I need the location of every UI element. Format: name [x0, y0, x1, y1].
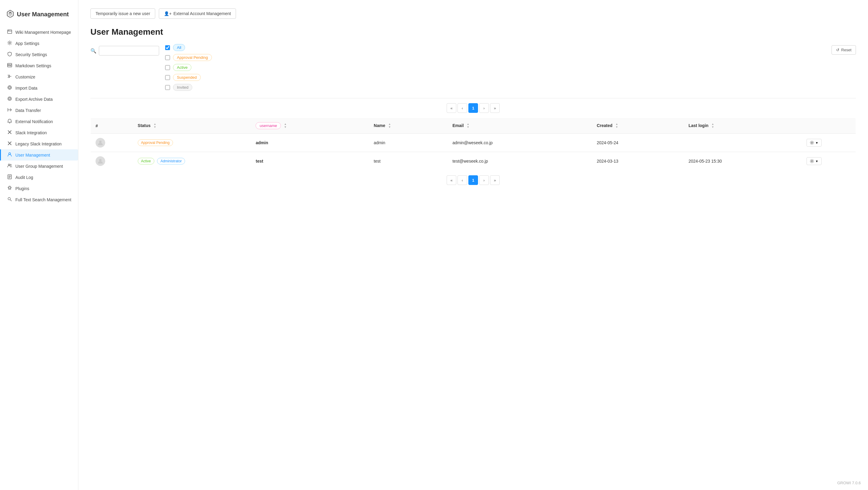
logo-icon	[6, 9, 14, 19]
svg-point-16	[99, 141, 101, 143]
page-next-top[interactable]: ›	[479, 103, 489, 113]
search-input[interactable]	[99, 46, 159, 56]
sidebar-item-legacy-slack[interactable]: Legacy Slack Integration	[0, 138, 78, 149]
pagination-bottom: « ‹ 1 › »	[90, 175, 856, 185]
filter-suspended-badge[interactable]: Suspended	[173, 74, 201, 81]
sidebar-item-audit-log[interactable]: Audit Log	[0, 172, 78, 183]
gear-button-1[interactable]: ▼	[807, 157, 822, 165]
page-first-bottom[interactable]: «	[447, 175, 456, 185]
sidebar-item-plugins[interactable]: Plugins	[0, 183, 78, 194]
filter-all-row: All	[165, 44, 212, 51]
import-data-label: Import Data	[16, 86, 37, 90]
email-text-1: test@weseek.co.jp	[453, 159, 488, 164]
sidebar-item-wiki-management[interactable]: Wiki Management Homepage	[0, 27, 78, 38]
main-content: Temporarily issue a new user 👤+ External…	[79, 0, 868, 490]
sidebar-item-user-management[interactable]: User Management	[0, 149, 78, 161]
sidebar-item-markdown-settings[interactable]: Markdown Settings	[0, 60, 78, 71]
plugins-label: Plugins	[16, 186, 29, 191]
svg-point-10	[9, 98, 10, 99]
page-next-bottom[interactable]: ›	[479, 175, 489, 185]
col-status-header[interactable]: Status ▲▼	[133, 118, 251, 134]
username-text-1: test	[255, 159, 263, 164]
page-1-bottom[interactable]: 1	[468, 175, 478, 185]
customize-icon	[7, 74, 12, 80]
cell-lastlogin-0	[684, 134, 802, 152]
audit-log-label: Audit Log	[16, 175, 33, 180]
sidebar-item-full-text-search[interactable]: Full Text Search Management	[0, 194, 78, 205]
sidebar-item-security-settings[interactable]: Security Settings	[0, 49, 78, 60]
filter-active-badge[interactable]: Active	[173, 64, 191, 71]
col-username-header[interactable]: username ▲▼	[251, 118, 369, 134]
col-created-header[interactable]: Created ▲▼	[592, 118, 684, 134]
gear-button-0[interactable]: ▼	[807, 139, 822, 147]
filter-invited-badge[interactable]: Invited	[173, 84, 192, 91]
search-wrap: 🔍	[90, 46, 159, 56]
filter-all-badge[interactable]: All	[173, 44, 185, 51]
full-text-search-icon	[7, 197, 12, 202]
cell-status-1: Active Administrator	[133, 152, 251, 171]
temp-issue-button[interactable]: Temporarily issue a new user	[90, 8, 155, 19]
col-name-header[interactable]: Name ▲▼	[369, 118, 447, 134]
export-archive-icon	[7, 96, 12, 102]
audit-log-icon	[7, 174, 12, 180]
sidebar-item-customize[interactable]: Customize	[0, 71, 78, 82]
svg-point-6	[11, 87, 12, 88]
username-header-badge: username	[255, 122, 281, 129]
svg-point-19	[811, 161, 812, 162]
sidebar-item-slack-integration[interactable]: Slack Integration	[0, 127, 78, 138]
sidebar-item-data-transfer[interactable]: Data Transfer	[0, 105, 78, 116]
cell-username-1: test	[251, 152, 369, 171]
wiki-management-icon	[7, 29, 12, 35]
filter-invited-checkbox[interactable]	[165, 85, 170, 90]
status-sort-icons: ▲▼	[154, 123, 156, 129]
external-account-label: External Account Management	[173, 11, 231, 16]
filter-all-checkbox[interactable]	[165, 45, 170, 50]
cell-avatar-0	[91, 134, 133, 152]
temp-issue-label: Temporarily issue a new user	[96, 11, 150, 16]
user-table: # Status ▲▼ username ▲▼	[90, 118, 856, 171]
sidebar-item-import-data[interactable]: Import Data	[0, 82, 78, 93]
full-text-search-label: Full Text Search Management	[16, 197, 71, 202]
filter-active-checkbox[interactable]	[165, 65, 170, 70]
page-1-top[interactable]: 1	[468, 103, 478, 113]
col-email-header[interactable]: Email ▲▼	[447, 118, 592, 134]
username-sort-icons: ▲▼	[284, 123, 287, 129]
user-avatar-1	[96, 156, 105, 166]
sidebar-item-external-notification[interactable]: External Notification	[0, 116, 78, 127]
plugins-icon	[7, 185, 12, 191]
page-prev-top[interactable]: ‹	[458, 103, 467, 113]
app-title: User Management	[17, 11, 69, 18]
col-lastlogin-header[interactable]: Last login ▲▼	[684, 118, 802, 134]
cell-lastlogin-1: 2024-05-23 15:30	[684, 152, 802, 171]
sidebar-item-export-archive[interactable]: Export Archive Data	[0, 93, 78, 105]
filter-active-row: Active	[165, 64, 212, 71]
user-management-icon	[7, 152, 12, 158]
svg-point-11	[9, 153, 10, 154]
cell-created-0: 2024-05-24	[592, 134, 684, 152]
page-last-bottom[interactable]: »	[490, 175, 500, 185]
lastlogin-text-1: 2024-05-23 15:30	[688, 159, 722, 164]
page-first-top[interactable]: «	[447, 103, 456, 113]
external-account-button[interactable]: 👤+ External Account Management	[159, 8, 236, 19]
lastlogin-sort-icons: ▲▼	[712, 123, 714, 129]
sidebar-item-user-group-management[interactable]: User Group Management	[0, 161, 78, 172]
slack-integration-icon	[7, 130, 12, 136]
filter-section: 🔍 All Approval Pending Active	[90, 44, 856, 91]
data-transfer-label: Data Transfer	[16, 108, 41, 113]
created-text-0: 2024-05-24	[597, 140, 618, 145]
cell-avatar-1	[91, 152, 133, 171]
security-settings-label: Security Settings	[16, 52, 47, 57]
name-text-0: admin	[374, 140, 385, 145]
sidebar-item-app-settings[interactable]: App Settings	[0, 38, 78, 49]
external-account-icon: 👤+	[164, 11, 172, 16]
markdown-settings-label: Markdown Settings	[16, 63, 51, 68]
filter-approval-badge[interactable]: Approval Pending	[173, 54, 212, 61]
filter-approval-checkbox[interactable]	[165, 55, 170, 60]
user-avatar-0	[96, 138, 105, 148]
page-prev-bottom[interactable]: ‹	[458, 175, 467, 185]
filter-suspended-checkbox[interactable]	[165, 75, 170, 80]
reset-button[interactable]: ↺ Reset	[832, 45, 856, 55]
reset-area: ↺ Reset	[832, 44, 856, 55]
page-last-top[interactable]: »	[490, 103, 500, 113]
cell-status-0: Approval Pending	[133, 134, 251, 152]
